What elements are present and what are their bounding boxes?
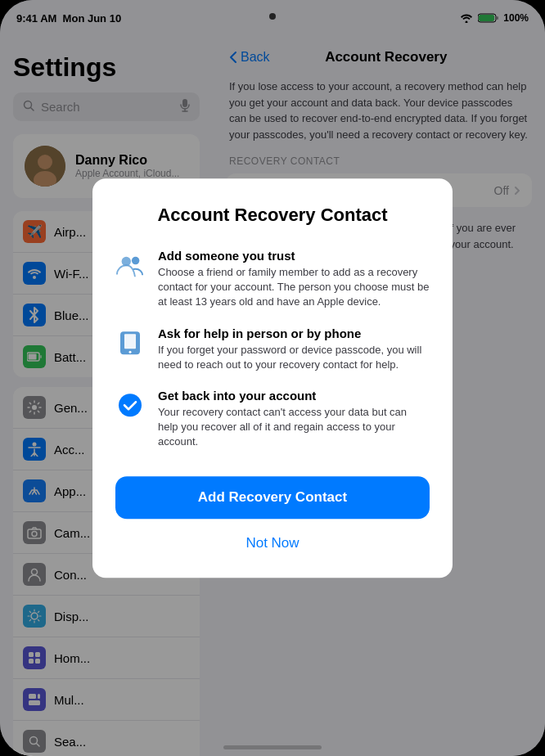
svg-point-42 [119, 394, 142, 416]
recover-title: Get back into your account [158, 389, 430, 403]
svg-point-39 [132, 257, 139, 264]
feature-item-trust: Add someone you trust Choose a friend or… [115, 249, 430, 310]
feature-text-help: Ask for help in person or by phone If yo… [158, 326, 430, 372]
trust-title: Add someone you trust [158, 249, 430, 263]
svg-point-41 [129, 350, 132, 353]
home-indicator [223, 745, 322, 749]
not-now-button[interactable]: Not Now [115, 529, 430, 558]
ipad-frame: 9:41 AM Mon Jun 10 100% Settings [0, 0, 545, 756]
recover-desc: Your recovery contact can't access your … [158, 405, 430, 450]
feature-icon-phone [115, 328, 145, 358]
modal-title: Account Recovery Contact [115, 205, 430, 226]
feature-icon-people [115, 250, 145, 280]
feature-text-trust: Add someone you trust Choose a friend or… [158, 249, 430, 310]
add-recovery-contact-button[interactable]: Add Recovery Contact [115, 476, 430, 519]
feature-item-recover: Get back into your account Your recovery… [115, 389, 430, 450]
trust-desc: Choose a friend or family member to add … [158, 265, 430, 310]
help-desc: If you forget your password or device pa… [158, 343, 430, 372]
feature-text-recover: Get back into your account Your recovery… [158, 389, 430, 450]
modal-card: Account Recovery Contact Add someone you… [92, 178, 453, 578]
help-title: Ask for help in person or by phone [158, 326, 430, 340]
feature-icon-checkmark [115, 390, 145, 420]
svg-rect-40 [124, 334, 136, 349]
modal-feature-list: Add someone you trust Choose a friend or… [115, 249, 430, 450]
feature-item-help: Ask for help in person or by phone If yo… [115, 326, 430, 372]
